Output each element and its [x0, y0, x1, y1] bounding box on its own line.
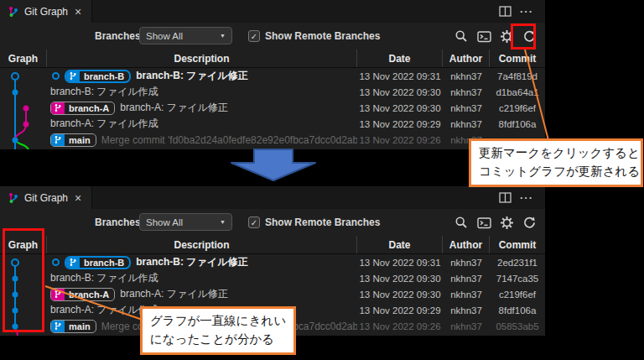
branch-icon	[51, 320, 65, 333]
branch-icon	[51, 133, 65, 147]
header-author: Author	[443, 50, 490, 67]
header-graph: Graph	[0, 50, 47, 67]
tab-close-icon[interactable]: ×	[73, 6, 83, 18]
commit-row[interactable]: branch-A branch-A: ファイル修正 13 Nov 2022 09…	[0, 100, 545, 116]
commit-node[interactable]	[13, 138, 18, 143]
header-author: Author	[443, 236, 490, 253]
commit-node[interactable]	[13, 90, 18, 96]
refresh-icon[interactable]	[522, 215, 537, 230]
split-editor-icon[interactable]	[499, 6, 512, 17]
table-header: Graph Description Date Author Commit	[0, 236, 545, 254]
split-editor-icon[interactable]	[499, 192, 512, 203]
search-icon[interactable]	[454, 29, 469, 44]
branch-badge[interactable]: branch-B	[65, 70, 131, 83]
show-remote-label: Show Remote Branches	[265, 30, 380, 42]
commit-row[interactable]: main Merge commit 'fd0ba2d24a0fedfe82e92…	[0, 132, 545, 148]
branch-badge[interactable]: branch-B	[65, 256, 131, 269]
branch-icon	[66, 256, 80, 269]
tab-git-graph[interactable]: Git Graph ×	[0, 186, 92, 209]
header-description: Description	[47, 50, 357, 67]
tab-git-graph[interactable]: Git Graph ×	[0, 0, 92, 23]
search-icon[interactable]	[454, 215, 469, 230]
header-commit: Commit	[490, 50, 545, 67]
commit-row[interactable]: branch-B: ファイル作成 13 Nov 2022 09:30 nkhn3…	[0, 270, 545, 286]
callout-note-refresh: 更新マークをクリックすると コミットグラフが更新される	[469, 138, 643, 187]
branch-icon	[66, 70, 80, 83]
terminal-icon[interactable]	[476, 29, 491, 44]
commit-row[interactable]: branch-B branch-B: ファイル修正 13 Nov 2022 09…	[0, 254, 545, 270]
head-ring-icon	[52, 72, 60, 80]
terminal-icon[interactable]	[476, 215, 491, 230]
branches-dropdown[interactable]: Show All ▼	[139, 213, 232, 231]
more-actions-icon[interactable]: ···	[520, 191, 533, 204]
commit-row[interactable]: branch-A branch-A: ファイル修正 13 Nov 2022 09…	[0, 286, 545, 302]
show-remote-label: Show Remote Branches	[265, 217, 380, 228]
head-ring-icon	[52, 258, 60, 266]
git-graph-logo-icon	[8, 6, 19, 18]
branch-icon	[51, 102, 65, 115]
header-commit: Commit	[490, 236, 545, 253]
commit-row[interactable]: branch-B: ファイル作成 13 Nov 2022 09:30 nkhn3…	[0, 84, 545, 100]
editor-tab-bar: Git Graph × ···	[0, 0, 545, 23]
graph-column-highlight-box	[3, 228, 44, 332]
branch-badge[interactable]: branch-A	[50, 288, 115, 301]
commit-node[interactable]	[23, 122, 29, 128]
commit-row[interactable]: branch-A: ファイル作成 13 Nov 2022 09:29 nkhn3…	[0, 116, 545, 132]
commit-node[interactable]	[23, 106, 29, 112]
header-date: Date	[357, 236, 443, 253]
callout-note-graph: グラフが一直線にきれい になったことが分かる	[140, 306, 296, 355]
header-date: Date	[357, 50, 443, 67]
gear-icon[interactable]	[499, 215, 514, 230]
screenshot-stage: Git Graph × ··· Branches: Show All ▼ ✓ S…	[0, 0, 644, 360]
more-actions-icon[interactable]: ···	[520, 5, 533, 18]
git-graph-toolbar: Branches: Show All ▼ ✓ Show Remote Branc…	[0, 209, 545, 236]
git-graph-logo-icon	[8, 192, 19, 204]
tab-title: Git Graph	[24, 192, 68, 204]
commit-row[interactable]: branch-B branch-B: ファイル修正 13 Nov 2022 09…	[0, 68, 545, 84]
chevron-down-icon: ▼	[220, 33, 226, 39]
branches-label: Branches:	[95, 30, 144, 42]
refresh-highlight-box	[511, 23, 536, 50]
branch-badge[interactable]: branch-A	[50, 102, 115, 115]
git-graph-panel-before: Git Graph × ··· Branches: Show All ▼ ✓ S…	[0, 0, 545, 149]
branch-icon	[51, 288, 65, 301]
tab-close-icon[interactable]: ×	[73, 192, 83, 204]
branches-dropdown[interactable]: Show All ▼	[139, 27, 232, 44]
branch-badge[interactable]: main	[50, 133, 96, 147]
branches-label: Branches:	[95, 217, 144, 228]
git-graph-toolbar: Branches: Show All ▼ ✓ Show Remote Branc…	[0, 23, 545, 50]
tab-title: Git Graph	[24, 6, 68, 18]
table-header: Graph Description Date Author Commit	[0, 50, 545, 68]
branches-dropdown-value: Show All	[146, 31, 183, 41]
show-remote-checkbox[interactable]: ✓	[248, 30, 260, 42]
show-remote-checkbox[interactable]: ✓	[248, 217, 260, 228]
commit-graph-before	[0, 68, 47, 149]
branches-dropdown-value: Show All	[146, 217, 183, 227]
down-arrow	[228, 149, 319, 182]
commit-node[interactable]	[12, 73, 18, 80]
editor-tab-bar: Git Graph × ···	[0, 186, 545, 209]
header-description: Description	[47, 236, 357, 253]
chevron-down-icon: ▼	[220, 219, 226, 225]
branch-badge[interactable]: main	[50, 320, 96, 333]
